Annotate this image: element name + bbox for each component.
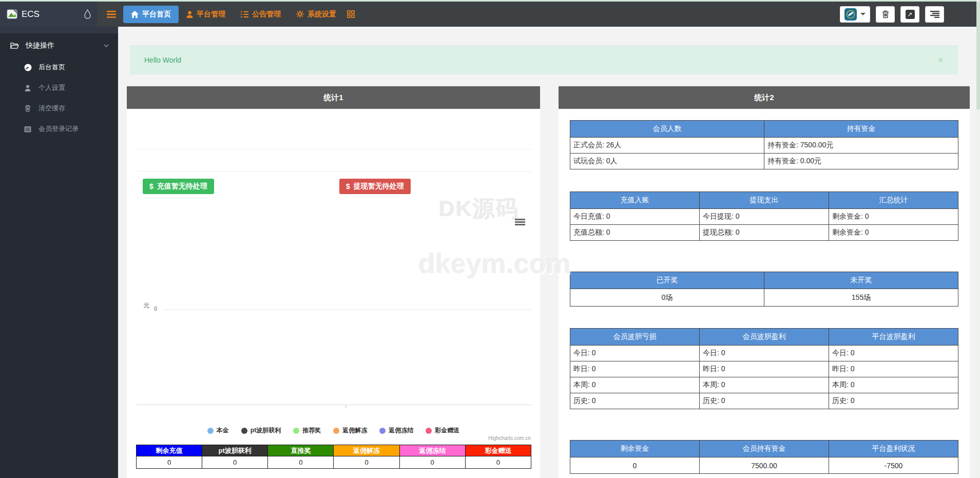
table-cell: 试玩会员: 0人 (570, 154, 764, 169)
folder-open-icon (10, 42, 19, 49)
table-header-row: 已开奖 未开奖 (570, 272, 958, 289)
sidebar-item-label: 个人设置 (39, 83, 65, 92)
deposit-pending-button[interactable]: $ 充值暂无待处理 (143, 179, 214, 194)
table-cell: 昨日: 0 (829, 361, 958, 377)
stats-panel-1: 统计1 $ 充值暂无待处理 $ 提现暂无待处理 (127, 86, 540, 478)
table-cell: 提现总额: 0 (700, 225, 829, 241)
summary-header: 返佣冻结 (399, 445, 465, 456)
chart-legend: 本金 pt波胆获利 推荐奖 (127, 426, 540, 435)
chart-context-menu-icon[interactable] (515, 219, 525, 226)
sidebar-item-member-login-log[interactable]: 会员登录记录 (0, 119, 118, 139)
clear-cache-button[interactable] (876, 6, 895, 23)
table-cell: 155场 (764, 289, 958, 307)
sidebar-top-strip (0, 27, 118, 33)
tab-label: 公告管理 (252, 10, 281, 19)
chart-area: $ 充值暂无待处理 $ 提现暂无待处理 DK源码 dkeym.com 元 (127, 109, 540, 478)
gear-icon (296, 10, 304, 18)
table-cell: 正式会员: 26人 (570, 138, 764, 154)
summary-header-row: 剩余充值 pt波胆获利 直推奖 返佣解冻 返佣冻结 彩金赠送 (137, 445, 531, 456)
table-cell: 0场 (570, 289, 764, 307)
legend-item[interactable]: pt波胆获利 (241, 426, 281, 435)
table-header: 提现支出 (700, 192, 829, 209)
sidebar-item-profile-settings[interactable]: 个人设置 (0, 78, 118, 98)
sidebar-toggle-icon[interactable] (107, 11, 116, 18)
table-header-row: 剩余资金 会员持有资金 平台盈利状况 (570, 441, 958, 457)
legend-item[interactable]: 推荐奖 (293, 426, 321, 435)
withdraw-pending-button[interactable]: $ 提现暂无待处理 (339, 179, 411, 194)
calendar-icon (24, 126, 32, 132)
panel-title: 统计2 (559, 86, 970, 109)
page-scrollbar[interactable] (976, 0, 980, 478)
table-cell: 历史: 0 (829, 393, 958, 409)
table-header: 会员人数 (570, 121, 764, 138)
legend-label: 返佣解冻 (342, 426, 367, 435)
external-link-icon: ↗ (906, 10, 915, 19)
summary-header: 直推奖 (268, 445, 334, 456)
chart-x-tick (345, 405, 346, 408)
sidebar-item-label: 会员登录记录 (39, 124, 79, 133)
table-cell: 今日: 0 (829, 346, 958, 361)
table-header: 汇总统计 (829, 192, 958, 209)
table-header-row: 会员人数 持有资金 (570, 121, 958, 138)
table-header: 会员波胆盈利 (700, 329, 829, 346)
legend-item[interactable]: 本金 (207, 426, 229, 435)
legend-item[interactable]: 返佣解冻 (333, 426, 367, 435)
summary-value: 0 (399, 456, 465, 469)
summary-header: 剩余充值 (137, 445, 202, 456)
panel-title: 统计1 (127, 86, 540, 109)
chart-gridline (136, 171, 531, 171)
brand[interactable]: ECS (0, 2, 98, 27)
watermark-dk: DK源码 (439, 194, 519, 224)
user-icon (24, 85, 32, 91)
tab-platform-home[interactable]: 平台首页 (123, 6, 179, 23)
summary-value: 0 (137, 456, 202, 469)
deposit-withdraw-table: 充值入账 提现支出 汇总统计 今日充值: 0 今日提现: 0 剩余资金: 0 (570, 192, 958, 241)
sidebar-item-label: 清空缓存 (39, 104, 65, 113)
profit-loss-table: 会员波胆亏损 会员波胆盈利 平台波胆盈利 今日: 0 今日: 0 今日: 0 (570, 328, 958, 409)
table-cell: 历史: 0 (700, 393, 829, 409)
table-row: 0 7500.00 -7500 (570, 457, 958, 474)
grid-menu-icon[interactable] (347, 10, 355, 18)
trash-icon (24, 105, 32, 112)
sidebar-group-quick-actions[interactable]: 快捷操作 (0, 33, 118, 57)
sidebar-item-dashboard[interactable]: 后台首页 (0, 57, 118, 78)
table-cell: 今日提现: 0 (700, 209, 829, 225)
table-header: 持有资金 (764, 121, 958, 138)
tab-announcement-manage[interactable]: 公告管理 (233, 6, 289, 23)
table-row: 试玩会员: 0人 持有资金: 0.00元 (570, 154, 958, 169)
table-header: 会员持有资金 (700, 441, 829, 457)
scrollbar-thumb[interactable] (976, 2, 980, 109)
table-header-row: 会员波胆亏损 会员波胆盈利 平台波胆盈利 (570, 329, 958, 346)
table-row: 本周: 0 本周: 0 本周: 0 (570, 377, 958, 393)
legend-dot (379, 428, 386, 434)
highcharts-credits[interactable]: Highcharts.com.cn (488, 435, 531, 441)
panels-row: 统计1 $ 充值暂无待处理 $ 提现暂无待处理 (127, 86, 970, 478)
summary-value-row: 0 0 0 0 0 0 (137, 456, 531, 469)
tab-system-settings[interactable]: 系统设置 (289, 6, 344, 23)
list-icon (241, 11, 248, 18)
legend-item[interactable]: 彩金赠送 (426, 426, 459, 435)
droplet-icon[interactable] (84, 9, 91, 19)
stats-panel-2: 统计2 会员人数 持有资金 正式会员: 26人 持有资金: 7500.00元 (559, 86, 970, 478)
summary-header: pt波胆获利 (202, 445, 268, 456)
deposit-button-label: 充值暂无待处理 (157, 182, 207, 191)
tab-platform-manage[interactable]: 平台管理 (179, 6, 233, 23)
profile-dropdown-button[interactable] (840, 6, 870, 23)
table-row: 充值总额: 0 提现总额: 0 剩余资金: 0 (570, 225, 958, 241)
members-funds-table: 会员人数 持有资金 正式会员: 26人 持有资金: 7500.00元 试玩会员:… (570, 120, 958, 169)
tachometer-icon (24, 64, 32, 71)
table-cell: 历史: 0 (570, 393, 700, 409)
legend-dot (426, 428, 432, 434)
table-header: 平台盈利状况 (829, 441, 958, 457)
table-row: 今日: 0 今日: 0 今日: 0 (570, 346, 958, 361)
sidebar-item-clear-cache[interactable]: 清空缓存 (0, 98, 118, 119)
log-list-button[interactable] (925, 6, 944, 23)
table-cell: 本周: 0 (570, 377, 700, 393)
table-cell: -7500 (829, 457, 958, 474)
legend-item[interactable]: 返佣冻结 (379, 426, 413, 435)
table-cell: 本周: 0 (700, 377, 829, 393)
lottery-draw-table: 已开奖 未开奖 0场 155场 (570, 272, 958, 307)
close-icon[interactable]: × (937, 55, 944, 65)
legend-dot (333, 428, 339, 434)
edit-shortcut-button[interactable]: ↗ (900, 6, 919, 23)
